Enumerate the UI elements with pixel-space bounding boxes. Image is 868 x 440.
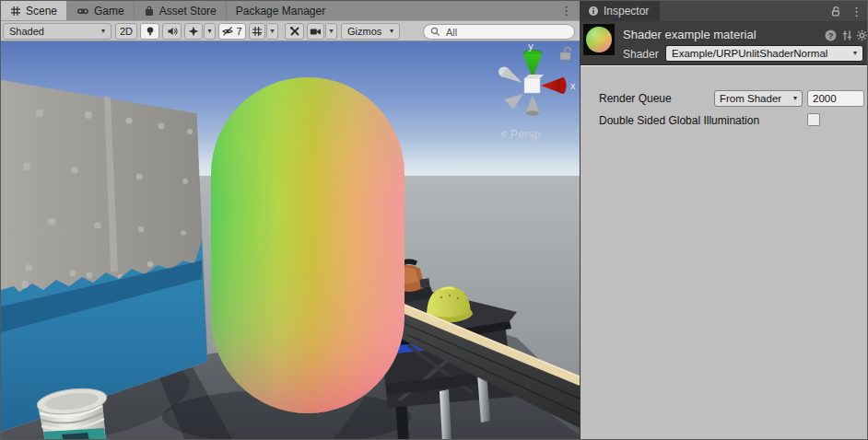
material-preview[interactable] xyxy=(583,24,615,55)
help-icon[interactable]: ? xyxy=(825,29,837,41)
chevron-down-icon: ▾ xyxy=(853,50,857,57)
tab-label: Scene xyxy=(26,5,57,17)
lock-icon[interactable] xyxy=(829,6,841,17)
presets-icon[interactable] xyxy=(841,29,853,41)
material-name: Shader example material xyxy=(623,28,757,41)
dsgi-checkbox[interactable] xyxy=(807,113,820,126)
chevron-down-icon: ▾ xyxy=(329,28,333,35)
info-icon xyxy=(588,6,599,17)
shader-value: Example/URPUnlitShaderNormal xyxy=(672,48,827,59)
tab-label: Asset Store xyxy=(159,5,217,17)
axis-y-label: y xyxy=(528,41,534,52)
render-queue-dropdown[interactable]: From Shader ▾ xyxy=(714,90,803,107)
camera-icon xyxy=(310,27,322,37)
axis-x-label: x xyxy=(570,80,576,91)
grid-dropdown[interactable]: ▾ xyxy=(266,23,278,40)
scene-tab-bar: Scene Game Asset Store Package Manager xyxy=(1,1,580,21)
render-queue-value: 2000 xyxy=(813,93,837,104)
svg-text:?: ? xyxy=(828,31,834,41)
material-header: Shader example material ? Shader Example… xyxy=(581,21,868,65)
projection-label[interactable]: < Persp xyxy=(500,128,540,141)
draw-mode-dropdown[interactable]: Shaded ▾ xyxy=(3,23,111,40)
tab-inspector[interactable]: Inspector xyxy=(581,1,660,21)
render-queue-mode: From Shader xyxy=(720,93,781,104)
hidden-count: 7 xyxy=(236,26,241,37)
grid-icon xyxy=(10,6,21,17)
chevron-down-icon: ▾ xyxy=(270,28,274,35)
gamepad-icon xyxy=(76,6,89,17)
gear-icon[interactable] xyxy=(856,29,868,41)
tools-icon xyxy=(289,26,300,37)
scene-camera-button[interactable] xyxy=(307,23,324,40)
scene-menu-kebab-icon[interactable]: ⋮ xyxy=(560,5,572,17)
speaker-icon xyxy=(167,26,178,37)
toggle-2d-button[interactable]: 2D xyxy=(115,23,137,40)
tab-game[interactable]: Game xyxy=(67,1,135,20)
inspector-menu-kebab-icon[interactable]: ⋮ xyxy=(850,6,862,17)
scene-viewport[interactable]: y x < Persp xyxy=(1,41,580,440)
tab-label: Package Manager xyxy=(236,5,325,17)
shader-label: Shader xyxy=(623,48,659,61)
scene-lighting-button[interactable] xyxy=(140,23,159,40)
inspector-tab-bar: Inspector ⋮ xyxy=(581,1,868,21)
shader-dropdown[interactable]: Example/URPUnlitShaderNormal ▾ xyxy=(665,45,863,62)
camera-dropdown[interactable]: ▾ xyxy=(325,23,337,40)
scene-search-field[interactable] xyxy=(423,24,575,40)
scene-pane: Scene Game Asset Store Package Manager xyxy=(1,1,580,440)
scene-visibility-button[interactable]: 7 xyxy=(218,23,246,40)
effects-dropdown[interactable]: ▾ xyxy=(204,23,216,40)
scene-toolbar: Shaded ▾ 2D xyxy=(1,21,580,41)
material-preview-sphere xyxy=(586,27,612,52)
capsule-object[interactable] xyxy=(211,77,405,413)
search-icon xyxy=(430,27,440,37)
render-queue-value-field[interactable]: 2000 xyxy=(807,90,864,107)
bag-icon xyxy=(144,6,155,17)
tab-package-manager[interactable]: Package Manager xyxy=(227,1,334,20)
search-input[interactable] xyxy=(444,26,555,39)
grid-snap-icon xyxy=(252,26,263,37)
lightbulb-icon xyxy=(145,26,156,37)
chevron-down-icon: ▾ xyxy=(207,28,211,35)
2d-label: 2D xyxy=(120,26,133,37)
tab-scene[interactable]: Scene xyxy=(1,1,67,20)
material-properties: Render Queue From Shader ▾ 2000 Double S… xyxy=(581,65,868,440)
gizmo-cube[interactable] xyxy=(524,78,540,93)
draw-mode-label: Shaded xyxy=(9,26,44,37)
tab-label: Inspector xyxy=(604,5,649,17)
tab-label: Game xyxy=(94,5,124,17)
scene-audio-button[interactable] xyxy=(162,23,182,40)
scene-render: y x < Persp xyxy=(1,41,580,440)
dsgi-label: Double Sided Global Illumination xyxy=(599,114,759,127)
gizmos-label: Gizmos xyxy=(347,26,381,37)
grid-visibility-button[interactable] xyxy=(249,23,265,40)
gizmos-dropdown[interactable]: Gizmos ▾ xyxy=(341,23,400,40)
tab-asset-store[interactable]: Asset Store xyxy=(135,1,227,20)
component-tools-button[interactable] xyxy=(285,23,304,40)
render-queue-label: Render Queue xyxy=(599,92,672,105)
unity-editor-window: Scene Game Asset Store Package Manager xyxy=(0,0,868,440)
eye-slash-icon xyxy=(222,26,234,37)
sparkle-icon xyxy=(188,26,199,37)
chevron-down-icon: ▾ xyxy=(793,95,797,102)
scene-effects-button[interactable] xyxy=(184,23,203,40)
chevron-down-icon: ▾ xyxy=(101,28,105,35)
inspector-pane: Inspector ⋮ Shader example material ? xyxy=(580,1,868,440)
chevron-down-icon: ▾ xyxy=(390,28,393,35)
